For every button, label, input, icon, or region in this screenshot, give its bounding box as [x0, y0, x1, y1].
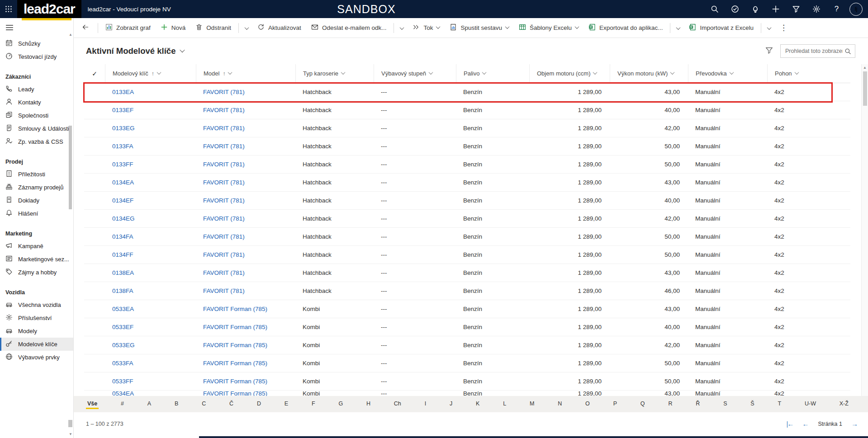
record-link[interactable]: 0133FF — [105, 155, 196, 173]
grid-scroll-up-icon[interactable]: ▲ — [863, 66, 867, 70]
record-link[interactable]: FAVORIT (781) — [196, 137, 295, 155]
jump-letter-g[interactable]: G — [337, 400, 344, 409]
back-button[interactable] — [76, 20, 95, 36]
horizontal-scrollbar-thumb[interactable] — [199, 436, 868, 438]
help-button[interactable]: ? — [826, 0, 847, 18]
row-checkbox-cell[interactable] — [84, 137, 105, 155]
jump-letter-š[interactable]: Š — [749, 400, 755, 409]
sidebar-scroll-up-icon[interactable]: ▲ — [69, 33, 72, 37]
record-link[interactable]: FAVORIT Forman (785) — [196, 354, 295, 372]
import-excel-button[interactable]: Importovat z Excelu — [684, 20, 759, 36]
row-checkbox-cell[interactable] — [84, 83, 105, 101]
sidebar-item-smlouvy-udalosti[interactable]: Smlouvy & Události — [0, 122, 73, 135]
select-all-checkbox[interactable]: ✓ — [84, 64, 105, 83]
sidebar-item-zaznamy-prodeju[interactable]: Záznamy prodejů — [0, 181, 73, 194]
email-more-chevron[interactable] — [396, 20, 408, 36]
record-link[interactable]: FAVORIT (781) — [196, 119, 295, 137]
view-selector[interactable]: Aktivní Modelové klíče — [86, 46, 184, 56]
table-row[interactable]: 0533FFFAVORIT Forman (785)Kombi---Benzín… — [84, 372, 850, 391]
jump-letter-#[interactable]: # — [119, 400, 125, 409]
row-checkbox-cell[interactable] — [84, 174, 105, 191]
sidebar-item-modelove-klice[interactable]: Modelové klíče — [0, 338, 73, 351]
row-checkbox-cell[interactable] — [84, 246, 105, 264]
record-link[interactable]: FAVORIT (781) — [196, 155, 295, 173]
record-link[interactable]: FAVORIT (781) — [196, 174, 295, 191]
table-row[interactable]: 0133EFFAVORIT (781)Hatchback---Benzín1 2… — [84, 101, 850, 119]
sidebar-item-zajmy-a-hobby[interactable]: Zájmy a hobby — [0, 266, 73, 279]
record-link[interactable]: 0533FF — [105, 372, 196, 390]
column-header[interactable]: Výbavový stupeň — [374, 64, 456, 83]
sidebar-item-testovaci-jizdy[interactable]: Testovací jízdy — [0, 50, 73, 63]
sidebar-item-marketingove-sez[interactable]: Marketingové sez... — [0, 253, 73, 266]
row-checkbox-cell[interactable] — [84, 336, 105, 354]
sidebar-item-vybavove-prvky[interactable]: Výbavové prvky — [0, 351, 73, 364]
avatar[interactable]: Ij — [849, 3, 863, 16]
column-header[interactable]: Model↑ — [196, 64, 295, 83]
jump-letter-c[interactable]: C — [200, 400, 207, 409]
waffle-icon[interactable] — [0, 0, 17, 18]
table-row[interactable]: 0134FAFAVORIT (781)Hatchback---Benzín1 2… — [84, 228, 850, 246]
record-link[interactable]: 0134FF — [105, 246, 196, 264]
search-icon[interactable] — [844, 48, 855, 55]
jump-letter-x-ž[interactable]: X-Ž — [838, 400, 850, 409]
sidebar-item-prislusenstvi[interactable]: Příslušenství — [0, 311, 73, 325]
row-checkbox-cell[interactable] — [84, 155, 105, 173]
sidebar-item-doklady[interactable]: Doklady — [0, 194, 73, 207]
record-link[interactable]: 0134FA — [105, 228, 196, 245]
record-link[interactable]: 0533EA — [105, 300, 196, 318]
filter-button[interactable] — [786, 0, 806, 18]
row-checkbox-cell[interactable] — [84, 210, 105, 227]
row-checkbox-cell[interactable] — [84, 101, 105, 119]
jump-letter-j[interactable]: J — [448, 400, 454, 409]
sidebar-item-zp-vazba-css[interactable]: Zp. vazba & CSS — [0, 135, 73, 148]
import-more-chevron[interactable] — [764, 20, 775, 36]
jump-letter-m[interactable]: M — [528, 400, 536, 409]
sidebar-scroll-down-icon[interactable]: ▼ — [69, 432, 72, 436]
row-checkbox-cell[interactable] — [84, 192, 105, 209]
table-row[interactable]: 0134EFFAVORIT (781)Hatchback---Benzín1 2… — [84, 192, 850, 210]
jump-letter-u-w[interactable]: U-W — [803, 400, 817, 409]
record-link[interactable]: FAVORIT (781) — [196, 228, 295, 245]
jump-letter-ř[interactable]: Ř — [694, 400, 701, 409]
column-header[interactable]: Převodovka — [688, 64, 767, 83]
table-row[interactable]: 0138EAFAVORIT (781)Hatchback---Benzín1 2… — [84, 264, 850, 282]
sidebar-item-kontakty[interactable]: Kontakty — [0, 96, 73, 109]
table-row[interactable]: 0533EFFAVORIT Forman (785)Kombi---Benzín… — [84, 318, 850, 336]
jump-letter-i[interactable]: I — [423, 400, 427, 409]
table-row[interactable]: 0133EAFAVORIT (781)Hatchback---Benzín1 2… — [84, 83, 850, 101]
record-link[interactable]: 0134EA — [105, 174, 196, 191]
column-header[interactable]: Pohon — [767, 64, 850, 83]
sidebar-item-modely[interactable]: Modely — [0, 325, 73, 338]
table-row[interactable]: 0134EAFAVORIT (781)Hatchback---Benzín1 2… — [84, 174, 850, 192]
record-link[interactable]: 0533EG — [105, 336, 196, 354]
row-checkbox-cell[interactable] — [84, 372, 105, 390]
jump-letter-ch[interactable]: Ch — [393, 400, 403, 409]
record-link[interactable]: FAVORIT (781) — [196, 246, 295, 264]
record-link[interactable]: 0533FA — [105, 354, 196, 372]
settings-button[interactable] — [806, 0, 826, 18]
sidebar-item-kampane[interactable]: Kampaně — [0, 240, 73, 253]
row-checkbox-cell[interactable] — [84, 282, 105, 300]
previous-page-icon[interactable]: ← — [802, 420, 809, 427]
record-link[interactable]: FAVORIT (781) — [196, 264, 295, 282]
row-checkbox-cell[interactable] — [84, 391, 105, 396]
record-link[interactable]: 0133EA — [105, 83, 196, 101]
run-report-button[interactable]: Spustit sestavu — [445, 20, 514, 36]
filter-icon[interactable] — [765, 47, 773, 56]
column-header[interactable]: Modelový klíč↑ — [105, 64, 196, 83]
record-link[interactable]: FAVORIT (781) — [196, 101, 295, 119]
sidebar-item-hlaseni[interactable]: Hlášení — [0, 207, 73, 220]
record-link[interactable]: FAVORIT Forman (785) — [196, 372, 295, 390]
row-checkbox-cell[interactable] — [84, 228, 105, 245]
jump-letter-k[interactable]: K — [474, 400, 481, 409]
jump-letter-č[interactable]: Č — [228, 400, 235, 409]
record-link[interactable]: 0133EF — [105, 101, 196, 119]
sidebar-item-vsechna-vozidla[interactable]: Všechna vozidla — [0, 298, 73, 311]
sidebar-scrollbar-thumb-bottom[interactable] — [68, 420, 72, 427]
record-link[interactable]: FAVORIT Forman (785) — [196, 300, 295, 318]
table-row[interactable]: 0533EAFAVORIT Forman (785)Kombi---Benzín… — [84, 300, 850, 318]
column-header[interactable]: Palivo — [456, 64, 529, 83]
table-row[interactable]: 0533EGFAVORIT Forman (785)Kombi---Benzín… — [84, 336, 850, 354]
jump-letter-a[interactable]: A — [146, 400, 152, 409]
more-commands-button[interactable]: ⋮ — [775, 20, 792, 36]
